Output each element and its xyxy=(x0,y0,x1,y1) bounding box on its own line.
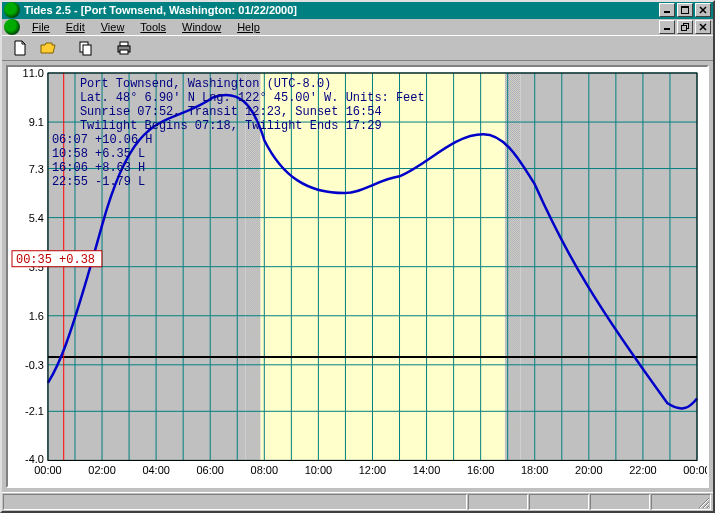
x-tick-label: 14:00 xyxy=(413,464,440,476)
print-button[interactable] xyxy=(112,37,136,59)
app-window: Tides 2.5 - [Port Townsend, Washington: … xyxy=(0,0,715,513)
x-tick-label: 22:00 xyxy=(629,464,656,476)
menu-view[interactable]: View xyxy=(93,19,133,35)
toolbar-separator xyxy=(64,37,70,59)
x-tick-label: 16:00 xyxy=(467,464,494,476)
status-pane-3 xyxy=(590,494,650,510)
copy-icon xyxy=(78,40,94,56)
y-tick-label: 9.1 xyxy=(29,116,44,128)
info-tide-1: 06:07 +10.06 H xyxy=(52,133,153,147)
close-button[interactable] xyxy=(695,3,711,17)
mdi-minimize-button[interactable] xyxy=(659,20,675,34)
menu-file-label: File xyxy=(32,21,50,33)
document-icon[interactable] xyxy=(4,19,20,35)
open-folder-icon xyxy=(40,40,56,56)
menubar: File Edit View Tools Window Help xyxy=(24,19,657,35)
status-pane-1 xyxy=(468,494,528,510)
menu-help[interactable]: Help xyxy=(229,19,268,35)
x-tick-label: 02:00 xyxy=(88,464,115,476)
info-tide-4: 22:55 -1.79 L xyxy=(52,175,145,189)
status-pane-2 xyxy=(529,494,589,510)
copy-button[interactable] xyxy=(74,37,98,59)
svg-line-66 xyxy=(708,507,709,508)
menu-window[interactable]: Window xyxy=(174,19,229,35)
info-twilight: Twilight Begins 07:18, Twilight Ends 17:… xyxy=(80,119,382,133)
x-tick-label: 04:00 xyxy=(142,464,169,476)
info-coords: Lat. 48° 6.90' N Lng. 122° 45.00' W. Uni… xyxy=(80,91,425,105)
app-icon xyxy=(4,2,20,18)
x-tick-label: 00:00 xyxy=(34,464,61,476)
status-pane-4 xyxy=(651,494,711,510)
y-tick-label: -0.3 xyxy=(25,359,44,371)
y-tick-label: 5.4 xyxy=(29,212,44,224)
minimize-button[interactable] xyxy=(659,3,675,17)
y-tick-label: 7.3 xyxy=(29,163,44,175)
toolbar xyxy=(2,35,713,61)
restore-icon xyxy=(681,23,689,31)
cursor-tag: 00:35 +0.38 xyxy=(12,251,102,267)
maximize-button[interactable] xyxy=(677,3,693,17)
new-button[interactable] xyxy=(8,37,32,59)
x-tick-label: 00:00 xyxy=(683,464,707,476)
y-tick-label: 11.0 xyxy=(23,67,44,79)
x-tick-label: 06:00 xyxy=(196,464,223,476)
x-tick-label: 10:00 xyxy=(305,464,332,476)
status-pane-main xyxy=(3,494,467,510)
new-file-icon xyxy=(12,40,28,56)
y-tick-label: -2.1 xyxy=(25,405,44,417)
svg-rect-7 xyxy=(682,25,687,30)
info-tide-3: 16:06 +8.63 H xyxy=(52,161,145,175)
toolbar-separator xyxy=(102,37,108,59)
resize-grip-icon[interactable] xyxy=(696,495,710,509)
info-sun: Sunrise 07:52, Transit 12:23, Sunset 16:… xyxy=(80,105,382,119)
x-tick-label: 18:00 xyxy=(521,464,548,476)
statusbar xyxy=(2,492,713,511)
minimize-icon xyxy=(663,6,671,14)
menu-row: File Edit View Tools Window Help xyxy=(2,19,713,36)
info-tide-2: 10:58 +6.35 L xyxy=(52,147,145,161)
maximize-icon xyxy=(681,6,689,14)
x-tick-label: 20:00 xyxy=(575,464,602,476)
svg-rect-12 xyxy=(120,42,128,46)
svg-rect-14 xyxy=(120,50,128,54)
menu-edit-label: Edit xyxy=(66,21,85,33)
x-tick-label: 08:00 xyxy=(251,464,278,476)
minimize-icon xyxy=(663,23,671,31)
window-title: Tides 2.5 - [Port Townsend, Washington: … xyxy=(24,4,657,16)
menu-file[interactable]: File xyxy=(24,19,58,35)
cursor-label: 00:35 +0.38 xyxy=(16,253,95,267)
info-location: Port Townsend, Washington (UTC-8.0) xyxy=(80,77,331,91)
menu-tools[interactable]: Tools xyxy=(132,19,174,35)
svg-rect-11 xyxy=(83,45,91,55)
mdi-restore-button[interactable] xyxy=(677,20,693,34)
y-tick-label: 1.6 xyxy=(29,310,44,322)
menu-edit[interactable]: Edit xyxy=(58,19,93,35)
chart-area[interactable]: 11.0 9.1 7.3 5.4 3.5 1.6 -0.3 -2.1 -4.0 … xyxy=(6,65,709,488)
x-tick-label: 12:00 xyxy=(359,464,386,476)
close-icon xyxy=(699,6,707,14)
printer-icon xyxy=(116,40,132,56)
menu-window-label: Window xyxy=(182,21,221,33)
mdi-close-button[interactable] xyxy=(695,20,711,34)
chart-container: 11.0 9.1 7.3 5.4 3.5 1.6 -0.3 -2.1 -4.0 … xyxy=(2,61,713,492)
menu-view-label: View xyxy=(101,21,125,33)
menu-tools-label: Tools xyxy=(140,21,166,33)
menu-help-label: Help xyxy=(237,21,260,33)
titlebar: Tides 2.5 - [Port Townsend, Washington: … xyxy=(2,2,713,19)
open-button[interactable] xyxy=(36,37,60,59)
tide-chart: 11.0 9.1 7.3 5.4 3.5 1.6 -0.3 -2.1 -4.0 … xyxy=(8,67,707,486)
close-icon xyxy=(699,23,707,31)
